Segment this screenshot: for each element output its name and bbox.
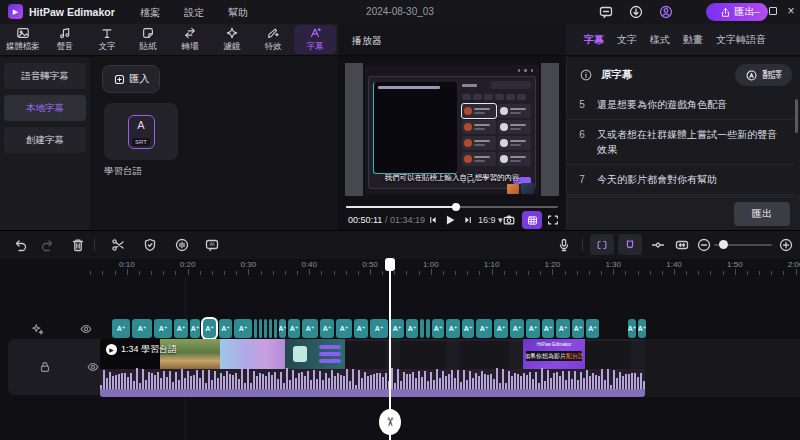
next-frame-button[interactable] xyxy=(461,213,475,227)
subtitle-clip-block[interactable]: A⁺ xyxy=(279,319,286,338)
subtitle-clip-block[interactable]: A⁺ xyxy=(370,319,388,338)
subtitle-track-visibility-icon[interactable] xyxy=(79,322,93,336)
zoom-in-icon[interactable] xyxy=(778,237,794,253)
subtitle-row[interactable]: 5還是想要為你的遊戲角色配音 xyxy=(567,90,794,120)
ribbon-tab-transition[interactable]: 轉場 xyxy=(169,25,211,54)
panel-tab-text[interactable]: 文字 xyxy=(617,33,637,47)
srt-file-card[interactable]: A SRT xyxy=(104,103,178,160)
ai-subtitle-icon[interactable]: AI xyxy=(204,237,220,253)
subtitle-row[interactable]: 6又或者想在社群媒體上嘗試一些新的聲音效果 xyxy=(567,120,794,165)
sidebar-item-local-subtitle[interactable]: 本地字幕 xyxy=(4,95,86,121)
sidebar-item-speech-to-subtitle[interactable]: 語音轉字幕 xyxy=(4,63,86,89)
subtitle-clip-block[interactable]: A⁺ xyxy=(476,319,492,338)
subtitle-clip-block[interactable]: A⁺ xyxy=(190,319,200,338)
subtitle-clip-block[interactable]: A⁺ xyxy=(526,319,540,338)
account-icon[interactable] xyxy=(658,4,674,20)
subtitle-clip-block[interactable] xyxy=(426,319,430,338)
subtitle-clip-block[interactable]: A⁺ xyxy=(406,319,418,338)
subtitle-clip-block[interactable]: A⁺ xyxy=(234,319,252,338)
subtitle-clip-block[interactable]: A⁺ xyxy=(556,319,570,338)
subtitle-clip-block[interactable] xyxy=(264,319,267,338)
denoise-shield-icon[interactable] xyxy=(142,237,158,253)
maximize-button[interactable] xyxy=(766,3,780,19)
snapshot-icon[interactable] xyxy=(502,213,516,227)
playhead-handle[interactable] xyxy=(385,258,395,271)
ribbon-tab-audio[interactable]: 聲音 xyxy=(44,25,86,54)
timeline-ruler[interactable]: 0:100:200:300:400:501:001:101:201:301:40… xyxy=(0,259,800,277)
download-icon[interactable] xyxy=(628,4,644,20)
panel-tab-tts[interactable]: 文字轉語音 xyxy=(716,33,766,47)
ribbon-tab-text[interactable]: 文字 xyxy=(86,25,128,54)
subtitle-clip-block[interactable]: A⁺ xyxy=(174,319,188,338)
panel-scrollbar[interactable] xyxy=(795,99,798,133)
subtitle-clip-block[interactable]: A⁺ xyxy=(462,319,474,338)
cut-cursor-badge[interactable]: ✂ xyxy=(379,409,401,435)
subtitle-clip-block[interactable]: A⁺ xyxy=(132,319,152,338)
subtitle-row[interactable]: 7今天的影片都會對你有幫助 xyxy=(567,165,794,195)
subtitle-clip-block[interactable] xyxy=(254,319,257,338)
subtitle-clip-block[interactable]: A⁺ xyxy=(390,319,404,338)
panel-tab-animation[interactable]: 動畫 xyxy=(683,33,703,47)
prev-frame-button[interactable] xyxy=(426,213,440,227)
zoom-out-icon[interactable] xyxy=(696,237,712,253)
info-icon[interactable] xyxy=(579,68,593,82)
preview-range-toggle[interactable] xyxy=(590,234,614,255)
subtitle-clip-block[interactable]: A⁺ xyxy=(219,319,232,338)
split-scissors-icon[interactable] xyxy=(110,237,126,253)
undo-icon[interactable] xyxy=(12,237,28,253)
fit-timeline-icon[interactable] xyxy=(674,237,690,253)
subtitle-clip-block[interactable]: A⁺ xyxy=(542,319,554,338)
subtitle-clip-block[interactable]: A⁺ xyxy=(446,319,460,338)
menu-settings[interactable]: 設定 xyxy=(184,6,204,20)
speed-icon[interactable] xyxy=(174,237,190,253)
lock-track-icon[interactable] xyxy=(38,360,52,374)
sidebar-item-create-subtitle[interactable]: 創建字幕 xyxy=(4,127,86,153)
subtitle-clip-block[interactable]: A⁺ xyxy=(494,319,508,338)
subtitle-clip-block[interactable]: A⁺ xyxy=(432,319,444,338)
panel-tab-captions[interactable]: 字幕 xyxy=(584,33,604,47)
translate-button[interactable]: 翻譯 xyxy=(735,64,792,86)
video-clip[interactable]: HitPaw Edimakor如果你想為影片配台語 ▶ 1:34 學習台語 xyxy=(100,339,645,397)
subtitle-clip-block[interactable]: A⁺ xyxy=(336,319,352,338)
ribbon-tab-effects[interactable]: 特效 xyxy=(252,25,294,54)
ribbon-tab-subtitle[interactable]: 字幕 xyxy=(294,25,336,54)
subtitle-clip-block[interactable] xyxy=(274,319,277,338)
subtitle-export-button[interactable]: 匯出 xyxy=(734,202,790,226)
subtitle-clip-block[interactable] xyxy=(259,319,262,338)
hide-track-icon[interactable] xyxy=(86,360,100,374)
menu-help[interactable]: 幫助 xyxy=(228,6,248,20)
subtitle-clip-block[interactable]: A⁺ xyxy=(320,319,334,338)
subtitle-clip-block[interactable]: A⁺ xyxy=(302,319,318,338)
feedback-icon[interactable] xyxy=(598,4,614,20)
panel-tab-style[interactable]: 樣式 xyxy=(650,33,670,47)
timeline-zoom-knob[interactable] xyxy=(719,240,728,249)
subtitle-clip-block[interactable]: A⁺ xyxy=(586,319,599,338)
play-button[interactable] xyxy=(443,213,457,227)
delete-icon[interactable] xyxy=(70,237,86,253)
subtitle-clip-block[interactable] xyxy=(269,319,272,338)
minimize-button[interactable]: — xyxy=(748,3,762,19)
close-button[interactable]: × xyxy=(784,3,798,19)
snap-magnet-toggle[interactable] xyxy=(618,234,642,255)
subtitle-clip-block[interactable]: A⁺ xyxy=(510,319,524,338)
subtitle-track-effect-icon[interactable] xyxy=(31,322,45,336)
redo-icon[interactable] xyxy=(40,237,56,253)
subtitle-clip-block[interactable]: A⁺ xyxy=(628,319,636,338)
subtitle-clip-block[interactable] xyxy=(420,319,424,338)
subtitle-clip-block[interactable]: A⁺ xyxy=(203,319,216,338)
menu-file[interactable]: 檔案 xyxy=(140,6,160,20)
grid-overlay-button[interactable] xyxy=(522,211,542,229)
keyframe-icon[interactable] xyxy=(650,237,666,253)
record-mic-icon[interactable] xyxy=(556,237,572,253)
subtitle-clip-block[interactable]: A⁺ xyxy=(638,319,646,338)
aspect-ratio-selector[interactable]: 16:9 ▾ xyxy=(478,215,503,225)
subtitle-clip-block[interactable]: A⁺ xyxy=(154,319,172,338)
import-button[interactable]: 匯入 xyxy=(102,65,160,93)
subtitle-clip-block[interactable]: A⁺ xyxy=(572,319,584,338)
subtitle-clip-block[interactable]: A⁺ xyxy=(288,319,300,338)
subtitle-clip-block[interactable]: A⁺ xyxy=(354,319,368,338)
fullscreen-button[interactable] xyxy=(546,213,560,227)
subtitle-clip-block[interactable]: A⁺ xyxy=(112,319,130,338)
ribbon-tab-media[interactable]: 媒體檔案 xyxy=(2,25,44,54)
ribbon-tab-sticker[interactable]: 貼紙 xyxy=(127,25,169,54)
